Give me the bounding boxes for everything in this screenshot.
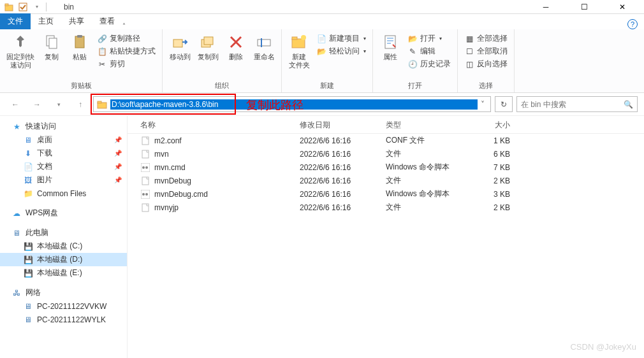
ribbon: 固定到快 速访问 复制 粘贴 🔗复制路径 📋粘贴快捷方式 ✂剪切 剪贴板 移动到… — [0, 29, 644, 93]
svg-rect-4 — [49, 38, 57, 48]
minimize-button[interactable]: ─ — [534, 3, 557, 11]
file-date: 2022/6/6 16:16 — [300, 163, 386, 172]
close-button[interactable]: ✕ — [611, 3, 634, 11]
file-row[interactable]: mvn.cmd2022/6/6 16:16Windows 命令脚本7 KB — [128, 161, 644, 174]
pc-icon: 🖥 — [11, 228, 22, 238]
copy-button[interactable]: 复制 — [38, 31, 65, 62]
search-icon[interactable]: 🔍 — [624, 100, 633, 109]
file-row[interactable]: m2.conf2022/6/6 16:16CONF 文件1 KB — [128, 134, 644, 147]
sidebar-item[interactable]: 🖥桌面📌 — [0, 133, 127, 147]
item-icon: 📁 — [23, 189, 33, 199]
file-row[interactable]: mvn2022/6/6 16:16文件6 KB — [128, 147, 644, 161]
sidebar-item[interactable]: 📄文档📌 — [0, 160, 127, 173]
select-all-button[interactable]: ▦全部选择 — [462, 32, 510, 45]
sidebar-this-pc[interactable]: 🖥此电脑 — [0, 226, 127, 240]
search-input[interactable] — [521, 100, 624, 109]
col-date[interactable]: 修改日期 — [300, 120, 386, 131]
pin-icon — [11, 32, 30, 52]
svg-point-24 — [142, 193, 145, 196]
window-title: bin — [64, 3, 74, 11]
file-icon — [140, 162, 150, 173]
search-box[interactable]: 🔍 — [516, 96, 638, 112]
drive-icon: 💾 — [23, 268, 33, 278]
qat-checked-icon[interactable] — [17, 1, 29, 13]
titlebar: ▾ bin ─ ☐ ✕ — [0, 0, 644, 14]
navigation-pane: ★快速访问 🖥桌面📌⬇下载📌📄文档📌🖼图片📌📁Common Files ☁WPS… — [0, 116, 128, 358]
svg-rect-2 — [19, 3, 27, 11]
copy-path-button[interactable]: 🔗复制路径 — [94, 32, 158, 45]
tab-file[interactable]: 文件 — [0, 13, 31, 29]
new-folder-button[interactable]: 新建 文件夹 — [286, 31, 312, 71]
file-row[interactable]: mvnDebug.cmd2022/6/6 16:16Windows 命令脚本3 … — [128, 187, 644, 201]
back-button[interactable]: ← — [6, 97, 24, 112]
sidebar-network[interactable]: 🖧网络 — [0, 286, 127, 299]
delete-button[interactable]: 删除 — [223, 31, 249, 62]
pc-icon: 🖥 — [23, 301, 33, 311]
item-label: PC-20211122WYLK — [37, 315, 106, 324]
sidebar-drive[interactable]: 💾本地磁盘 (D:) — [0, 253, 127, 266]
col-type[interactable]: 类型 — [386, 120, 472, 131]
copy-to-button[interactable]: 复制到 — [194, 31, 221, 62]
file-list: 名称 修改日期 类型 大小 m2.conf2022/6/6 16:16CONF … — [128, 116, 644, 358]
forward-button[interactable]: → — [28, 97, 46, 112]
item-icon: ⬇ — [23, 148, 33, 159]
move-to-button[interactable]: 移动到 — [166, 31, 193, 62]
svg-rect-9 — [204, 37, 213, 45]
properties-button[interactable]: 属性 — [377, 31, 404, 62]
item-icon: 🖥 — [23, 135, 33, 145]
sidebar-item[interactable]: 📁Common Files — [0, 187, 127, 200]
history-dropdown[interactable]: ▾ — [50, 97, 68, 112]
edit-icon: ✎ — [407, 47, 418, 57]
file-row[interactable]: mvnDebug2022/6/6 16:16文件2 KB — [128, 174, 644, 187]
svg-rect-22 — [142, 177, 149, 185]
item-icon: 🖼 — [23, 175, 33, 185]
select-none-button[interactable]: ☐全部取消 — [462, 45, 510, 57]
item-label: 本地磁盘 (C:) — [37, 241, 82, 252]
sidebar-network-pc[interactable]: 🖥PC-20211122WYLK — [0, 313, 127, 326]
file-date: 2022/6/6 16:16 — [300, 136, 386, 145]
watermark: CSDN @JokeyXu — [570, 342, 636, 352]
col-name[interactable]: 名称 — [140, 120, 300, 131]
rename-button[interactable]: 重命名 — [251, 31, 277, 62]
sidebar-item[interactable]: ⬇下载📌 — [0, 147, 127, 160]
help-icon[interactable]: ? — [627, 19, 638, 29]
history-icon: 🕘 — [407, 59, 418, 69]
window-controls: ─ ☐ ✕ — [534, 3, 641, 11]
sidebar-drive[interactable]: 💾本地磁盘 (C:) — [0, 240, 127, 253]
maximize-button[interactable]: ☐ — [573, 3, 596, 11]
easy-access-button[interactable]: 📂轻松访问▾ — [314, 45, 369, 57]
new-item-button[interactable]: 📄新建项目▾ — [314, 32, 369, 45]
pin-quick-access-button[interactable]: 固定到快 速访问 — [4, 31, 37, 71]
pin-icon: 📌 — [114, 136, 122, 143]
cut-button[interactable]: ✂剪切 — [94, 58, 158, 70]
file-row[interactable]: mvnyjp2022/6/6 16:16文件2 KB — [128, 201, 644, 214]
sidebar-quick-access[interactable]: ★快速访问 — [0, 120, 127, 133]
minimize-ribbon-icon[interactable]: ˄ — [122, 22, 126, 29]
tab-view[interactable]: 查看 — [92, 13, 122, 29]
address-bar[interactable]: D:\soft\apache-maven-3.8.6\bin ˅ — [93, 96, 491, 112]
sidebar-wps[interactable]: ☁WPS网盘 — [0, 206, 127, 220]
sidebar-drive[interactable]: 💾本地磁盘 (E:) — [0, 266, 127, 280]
paste-shortcut-button[interactable]: 📋粘贴快捷方式 — [94, 45, 158, 57]
history-button[interactable]: 🕘历史记录 — [405, 58, 453, 70]
address-text[interactable]: D:\soft\apache-maven-3.8.6\bin — [110, 99, 478, 110]
open-icon: 📂 — [407, 34, 418, 44]
address-dropdown-icon[interactable]: ˅ — [478, 100, 488, 109]
invert-select-button[interactable]: ◫反向选择 — [462, 58, 510, 70]
tab-home[interactable]: 主页 — [31, 13, 61, 29]
file-name: mvn.cmd — [154, 163, 186, 172]
folder-new-icon — [289, 32, 309, 52]
up-button[interactable]: ↑ — [71, 97, 89, 112]
tab-share[interactable]: 共享 — [61, 13, 92, 29]
qat-dropdown-icon[interactable]: ▾ — [31, 1, 43, 13]
file-name: mvnDebug.cmd — [154, 190, 208, 199]
sidebar-network-pc[interactable]: 🖥PC-20211122VVKW — [0, 299, 127, 313]
open-item-button[interactable]: 📂打开▾ — [405, 32, 453, 45]
refresh-button[interactable]: ↻ — [495, 96, 513, 112]
sidebar-item[interactable]: 🖼图片📌 — [0, 173, 127, 187]
paste-button[interactable]: 粘贴 — [66, 31, 93, 62]
edit-button[interactable]: ✎编辑 — [405, 45, 453, 57]
file-icon — [140, 136, 150, 146]
item-label: PC-20211122VVKW — [37, 302, 106, 311]
col-size[interactable]: 大小 — [472, 120, 510, 131]
